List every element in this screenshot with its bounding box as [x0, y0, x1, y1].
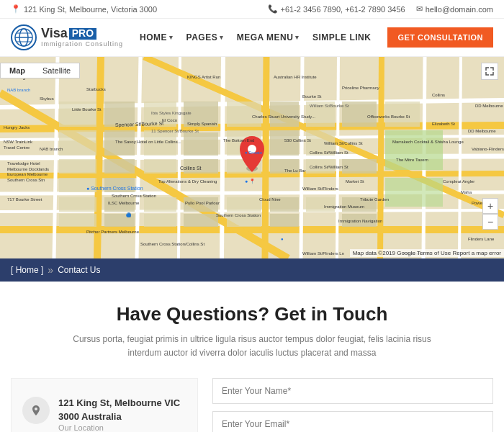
- svg-text:Little Bourke St: Little Bourke St: [72, 107, 102, 112]
- svg-text:European Melbourne: European Melbourne: [7, 172, 48, 176]
- svg-text:Pullo Pool Parlour: Pullo Pool Parlour: [185, 201, 220, 205]
- location-value: 121 King St, Melbourne VIC 3000 Australi…: [58, 397, 186, 423]
- svg-text:Melbourne Docklands: Melbourne Docklands: [7, 167, 49, 171]
- map-tab-satellite[interactable]: Satellite: [34, 63, 79, 78]
- svg-rect-57: [227, 197, 261, 212]
- map-zoom-out[interactable]: −: [482, 214, 498, 230]
- map-toggle: Map Satellite: [0, 63, 80, 78]
- email-input[interactable]: [212, 411, 493, 432]
- svg-text:Southern Cross Station/Collins: Southern Cross Station/Collins St: [140, 242, 204, 246]
- svg-text:The Mitre Tavern: The Mitre Tavern: [396, 158, 428, 162]
- svg-rect-63: [144, 214, 176, 227]
- svg-text:Australian HR Institute: Australian HR Institute: [274, 75, 317, 79]
- svg-text:Vabiano-Flinders: Vabiano-Flinders: [472, 147, 504, 151]
- svg-rect-27: [59, 102, 96, 127]
- breadcrumb-current: Contact Us: [58, 265, 100, 275]
- svg-text:Travel Centre: Travel Centre: [4, 145, 30, 150]
- contact-section: Have Questions? Get in Touch Cursus port…: [0, 282, 504, 432]
- logo: Visa PRO Immigration Consulting: [11, 24, 123, 50]
- svg-text:Market St: Market St: [346, 179, 364, 184]
- svg-text:ILSC Melbourne: ILSC Melbourne: [108, 201, 140, 205]
- nav-pages-arrow: ▾: [220, 34, 224, 41]
- nav-simple-link[interactable]: SIMPLE LINK: [312, 32, 372, 42]
- location-label: Our Location: [58, 423, 186, 432]
- svg-text:DD Melbourne: DD Melbourne: [475, 104, 503, 108]
- svg-line-17: [179, 57, 180, 258]
- location-info: 121 King St, Melbourne VIC 3000 Australi…: [58, 397, 186, 431]
- address-item: 📍 121 King St, Melbourne, Victoria 3000: [11, 4, 157, 14]
- svg-text:Travelodge Hotel: Travelodge Hotel: [7, 161, 40, 166]
- svg-text:William St/Bourke St: William St/Bourke St: [310, 104, 349, 108]
- svg-text:NAB branch: NAB branch: [7, 88, 30, 92]
- svg-text:Southern Cross Station: Southern Cross Station: [112, 194, 156, 198]
- svg-rect-35: [59, 159, 96, 174]
- top-bar-right: 📞 +61-2 3456 7890, +61-2 7890 3456 ✉ hel…: [268, 4, 493, 14]
- svg-rect-37: [104, 159, 135, 174]
- map-zoom-controls: + −: [482, 198, 498, 230]
- svg-text:The Savoy Hotel on Little Coll: The Savoy Hotel on Little Collins...: [115, 140, 181, 144]
- svg-text:The Bottom End: The Bottom End: [223, 138, 254, 143]
- svg-text:11 Spencer St/Bourke St: 11 Spencer St/Bourke St: [151, 129, 199, 133]
- svg-text:●: ●: [281, 237, 284, 241]
- contact-subtext: Cursus porta, feugiat primis in ultrice …: [72, 333, 432, 360]
- contact-heading: Have Questions? Get in Touch: [11, 303, 493, 325]
- svg-text:● Envato: ● Envato: [245, 150, 263, 155]
- map-expand-button[interactable]: [481, 63, 498, 80]
- logo-subtitle: Immigration Consulting: [41, 41, 123, 48]
- breadcrumb: [ Home ] » Contact Us: [0, 258, 504, 282]
- consult-button[interactable]: GET CONSULTATION: [387, 27, 493, 48]
- map-tab-map[interactable]: Map: [1, 63, 34, 78]
- map-container: Spencer St/Bourke St Little Bourke St Bo…: [0, 57, 504, 258]
- svg-text:KINGS Artist Run: KINGS Artist Run: [187, 75, 220, 79]
- name-input[interactable]: [212, 378, 493, 404]
- svg-rect-61: [59, 214, 96, 227]
- svg-text:Charles Stuart University Stud: Charles Stuart University Study...: [252, 114, 315, 119]
- svg-text:Compleat Angler: Compleat Angler: [443, 179, 474, 184]
- svg-rect-28: [59, 130, 96, 156]
- map-zoom-in[interactable]: +: [482, 198, 498, 214]
- svg-text:● 📍: ● 📍: [245, 178, 256, 184]
- email-item: ✉ hello@domain.com: [416, 4, 493, 14]
- svg-line-19: [265, 57, 266, 258]
- svg-text:Ibis Styles Kingsgate: Ibis Styles Kingsgate: [151, 111, 192, 115]
- svg-rect-34: [184, 132, 218, 156]
- svg-text:Starbucks: Starbucks: [86, 87, 106, 91]
- svg-text:Maha: Maha: [461, 190, 472, 194]
- svg-rect-39: [144, 159, 176, 174]
- contact-grid: 121 King St, Melbourne VIC 3000 Australi…: [11, 378, 493, 432]
- svg-text:Cloud Nine: Cloud Nine: [259, 197, 281, 202]
- nav-pages[interactable]: PAGES ▾: [186, 32, 224, 42]
- nav-home[interactable]: HOME ▾: [140, 32, 174, 42]
- svg-text:Elizabeth St: Elizabeth St: [432, 122, 455, 126]
- svg-rect-66: [270, 214, 299, 227]
- svg-rect-53: [59, 197, 96, 212]
- logo-globe-icon: [11, 24, 37, 50]
- header: Visa PRO Immigration Consulting HOME ▾ P…: [0, 19, 504, 57]
- address-text: 121 King St, Melbourne, Victoria 3000: [24, 5, 157, 14]
- svg-text:Skybus: Skybus: [40, 96, 54, 101]
- svg-text:Collins: Collins: [432, 93, 445, 97]
- nav-mega-menu[interactable]: MEGA MENU ▾: [237, 32, 300, 42]
- svg-text:Marrakech Cocktail & Shisha Lo: Marrakech Cocktail & Shisha Lounge: [392, 140, 464, 144]
- svg-text:● Southern Cross Station: ● Southern Cross Station: [86, 186, 143, 191]
- breadcrumb-home[interactable]: [ Home ]: [11, 265, 43, 275]
- main-nav: HOME ▾ PAGES ▾ MEGA MENU ▾ SIMPLE LINK: [140, 32, 371, 42]
- address-pin-icon: 📍: [11, 4, 21, 14]
- svg-text:Southern Cross Stn: Southern Cross Stn: [7, 178, 45, 182]
- svg-text:William St/Flinders Ln: William St/Flinders Ln: [302, 251, 344, 256]
- svg-rect-64: [184, 214, 218, 227]
- location-item: 121 King St, Melbourne VIC 3000 Australi…: [22, 390, 186, 432]
- svg-text:Priceline Pharmacy: Priceline Pharmacy: [342, 86, 379, 90]
- svg-text:Flinders Lane: Flinders Lane: [468, 237, 495, 241]
- svg-text:NAB branch: NAB branch: [40, 147, 63, 151]
- svg-text:Immigration Navigation: Immigration Navigation: [338, 219, 382, 223]
- svg-text:Collins St/William St: Collins St/William St: [310, 150, 348, 155]
- svg-text:El Coco: El Coco: [162, 118, 178, 122]
- svg-text:William St/Flinders: William St/Flinders: [302, 186, 338, 191]
- email-icon: ✉: [416, 4, 423, 14]
- svg-text:DD Melbourne: DD Melbourne: [468, 129, 496, 133]
- svg-rect-69: [385, 178, 443, 207]
- phone-icon: 📞: [268, 4, 278, 14]
- svg-text:William St/Collins St: William St/Collins St: [324, 141, 363, 145]
- svg-text:717 Bourke Street: 717 Bourke Street: [7, 197, 42, 202]
